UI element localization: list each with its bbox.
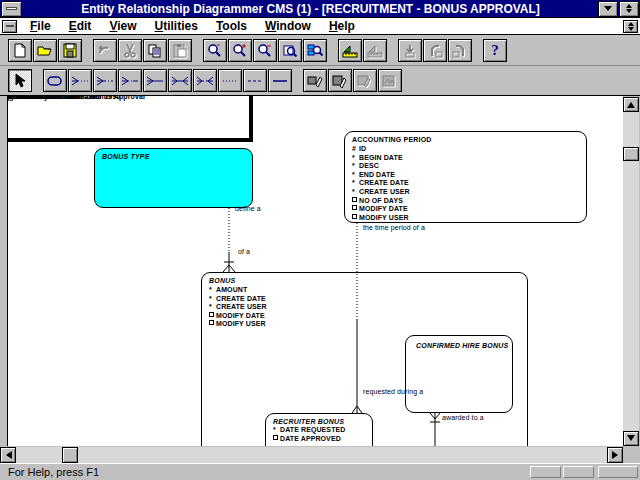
- rel-dashed-button[interactable]: [243, 69, 267, 92]
- attribute-row: MODIFY DATE: [352, 205, 586, 214]
- attribute-marker: [352, 154, 359, 163]
- vertical-scroll-thumb[interactable]: [623, 147, 639, 161]
- attribute-row: BEGIN DATE: [352, 154, 586, 163]
- zoom-button[interactable]: [203, 39, 227, 62]
- rel-solid-button[interactable]: [268, 69, 292, 92]
- navigate-3-icon: [452, 43, 468, 58]
- menu-file[interactable]: File: [21, 19, 60, 33]
- horizontal-scroll-thumb[interactable]: [62, 447, 78, 463]
- mdi-restore-button[interactable]: [623, 20, 638, 33]
- scroll-up-button[interactable]: [623, 97, 639, 112]
- scroll-down-button[interactable]: [623, 431, 639, 446]
- rel-solid-icon: [271, 76, 289, 86]
- rel-many-half-button[interactable]: [118, 69, 142, 92]
- help-button[interactable]: ?: [483, 39, 507, 62]
- attribute-row: END DATE: [352, 171, 586, 180]
- menu-tools[interactable]: Tools: [207, 19, 256, 33]
- rel-many-many-button[interactable]: [168, 69, 192, 92]
- menu-utilities[interactable]: Utilities: [146, 19, 207, 33]
- horizontal-scrollbar[interactable]: [0, 447, 623, 463]
- layout-tool-3-button[interactable]: [353, 69, 377, 92]
- attribute-label: MODIFY USER: [216, 320, 266, 329]
- layout-tool-1-button[interactable]: [303, 69, 327, 92]
- open-button[interactable]: [33, 39, 57, 62]
- scrollbar-corner: [623, 447, 640, 463]
- navigate-2-button[interactable]: [423, 39, 447, 62]
- layout-tool-4-icon: [382, 73, 398, 88]
- rel-many-dashdot-button[interactable]: [93, 69, 117, 92]
- zoom-in-button[interactable]: [228, 39, 252, 62]
- attribute-label: ID: [359, 145, 366, 154]
- menu-window[interactable]: Window: [256, 19, 320, 33]
- paste-button[interactable]: [168, 39, 192, 62]
- attribute-row: CREATE DATE: [352, 179, 586, 188]
- zoom-out-icon: [257, 43, 273, 58]
- rel-many-many-dash-button[interactable]: [193, 69, 217, 92]
- entity-accounting-period[interactable]: ACCOUNTING PERIOD ID BEGIN DATE DESC END…: [344, 131, 587, 223]
- navigate-1-button[interactable]: [398, 39, 422, 62]
- attribute-row: CREATE DATE: [209, 295, 527, 304]
- status-pane-1: [530, 466, 561, 478]
- rel-many-many-dash-icon: [196, 76, 214, 86]
- entity-title: ACCOUNTING PERIOD: [345, 132, 586, 143]
- attribute-marker: [352, 214, 359, 223]
- menu-bar: File Edit View Utilities Tools Window He…: [0, 18, 640, 35]
- diagram-canvas[interactable]: Diagram: RECRUITMENT - Bonus Approval Da…: [7, 96, 623, 446]
- status-pane-2: [563, 466, 594, 478]
- entity-tool-button[interactable]: [43, 69, 67, 92]
- attribute-label: CREATE USER: [216, 303, 267, 312]
- vertical-scrollbar[interactable]: [623, 97, 639, 446]
- select-tool-button[interactable]: [8, 69, 32, 92]
- attribute-label: BEGIN DATE: [359, 154, 403, 163]
- attribute-marker: [209, 286, 216, 295]
- menu-help[interactable]: Help: [320, 19, 364, 33]
- layout-tool-2-button[interactable]: [328, 69, 352, 92]
- undo-button[interactable]: [93, 39, 117, 62]
- menu-edit[interactable]: Edit: [60, 19, 101, 33]
- set-scale-button[interactable]: [338, 39, 362, 62]
- rel-many-dotted-button[interactable]: [68, 69, 92, 92]
- zoom-selection-icon: [307, 43, 323, 58]
- rel-label-time-period: the time period of a: [363, 224, 425, 231]
- attribute-row: DESC: [352, 162, 586, 171]
- restore-button[interactable]: [619, 1, 639, 17]
- entity-recruiter-bonus[interactable]: RECRUITER BONUS DATE REQUESTED DATE APPR…: [265, 413, 373, 446]
- zoom-fit-icon: [282, 43, 298, 58]
- zoom-fit-button[interactable]: [278, 39, 302, 62]
- attribute-marker: [352, 162, 359, 171]
- attribute-row: CREATE USER: [209, 303, 527, 312]
- zoom-selection-button[interactable]: [303, 39, 327, 62]
- copy-button[interactable]: [143, 39, 167, 62]
- rel-many-dotted-icon: [71, 76, 89, 86]
- status-message: For Help, press F1: [8, 466, 99, 478]
- minimize-button[interactable]: [598, 1, 618, 17]
- menu-view[interactable]: View: [100, 19, 145, 33]
- rel-many-solid-icon: [146, 76, 164, 86]
- rel-dotted-button[interactable]: [218, 69, 242, 92]
- rel-many-solid-button[interactable]: [143, 69, 167, 92]
- scroll-right-button[interactable]: [607, 447, 623, 463]
- restore-down-icon: [626, 9, 632, 16]
- entity-title: RECRUITER BONUS: [266, 414, 372, 425]
- entity-confirmed-hire-bonus[interactable]: CONFIRMED HIRE BONUS: [405, 335, 513, 413]
- main-toolbar: ?: [0, 35, 640, 66]
- control-menu-button[interactable]: [1, 1, 22, 17]
- save-button[interactable]: [58, 39, 82, 62]
- mdi-control-menu-button[interactable]: [2, 20, 17, 33]
- rel-label-awarded-to: awarded to a: [442, 414, 484, 421]
- navigate-3-button[interactable]: [448, 39, 472, 62]
- status-bar: For Help, press F1: [0, 463, 640, 480]
- save-floppy-icon: [62, 43, 78, 58]
- layout-tool-4-button[interactable]: [378, 69, 402, 92]
- scroll-left-button[interactable]: [0, 447, 16, 463]
- cut-button[interactable]: [118, 39, 142, 62]
- entity-bonus-type[interactable]: BONUS TYPE: [94, 148, 253, 208]
- new-button[interactable]: [8, 39, 32, 62]
- set-scale-alt-button[interactable]: [363, 39, 387, 62]
- restore-up-icon: [626, 1, 632, 8]
- scroll-right-icon: [612, 451, 622, 459]
- zoom-icon: [207, 43, 223, 58]
- help-icon: ?: [491, 43, 499, 58]
- rel-label-define-a: define a: [235, 205, 261, 212]
- zoom-out-button[interactable]: [253, 39, 277, 62]
